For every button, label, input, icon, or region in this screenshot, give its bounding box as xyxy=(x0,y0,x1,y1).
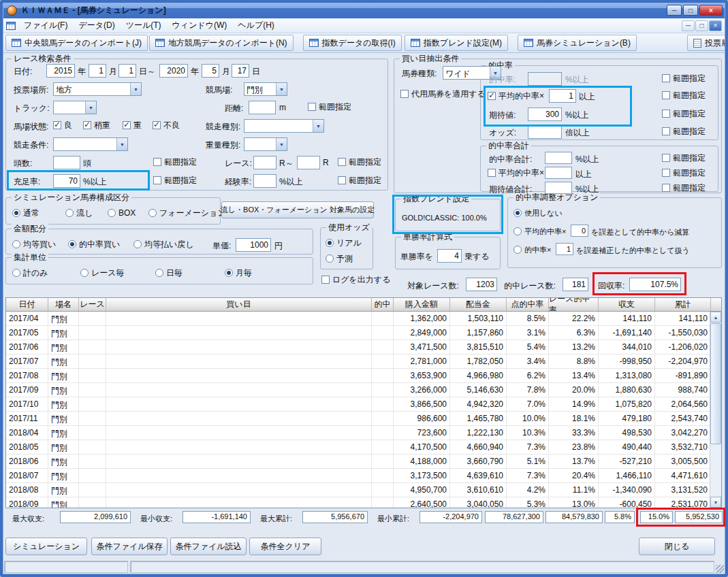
toolbar-blend-settings-button[interactable]: 指数ブレンド設定(M) xyxy=(405,35,508,51)
table-row[interactable]: 2018/04門別723,6001,222,13010.3%33.3%498,5… xyxy=(6,426,710,440)
expect-total-input[interactable] xyxy=(545,182,572,194)
sim-formation-radio[interactable]: フォーメーション xyxy=(148,208,226,218)
sim-normal-radio[interactable]: 通常 xyxy=(12,208,39,218)
mdi-close-button[interactable]: × xyxy=(709,20,722,31)
exp-rate-input[interactable] xyxy=(253,174,276,188)
sim-nagashi-radio[interactable]: 流し xyxy=(65,208,93,218)
chevron-down-icon[interactable]: ▼ xyxy=(130,83,141,95)
range-checkbox[interactable]: 範囲指定 xyxy=(662,183,706,193)
range-checkbox[interactable]: 範囲指定 xyxy=(153,176,197,185)
scroll-down-icon[interactable]: ▼ xyxy=(710,497,721,508)
output-log-checkbox[interactable]: ログを出力する xyxy=(321,275,390,284)
range-checkbox[interactable]: 範囲指定 xyxy=(662,153,706,163)
toolbar-vote-history-button[interactable]: 投票履歴(L) xyxy=(687,35,728,51)
race-cond-select[interactable]: ▼ xyxy=(53,137,128,151)
amount-equal-radio[interactable]: 均等買い xyxy=(12,240,56,249)
surface-soft-checkbox[interactable]: 重 xyxy=(123,120,142,130)
menu-tools[interactable]: ツール(T) xyxy=(121,18,167,33)
scroll-up-icon[interactable]: ▲ xyxy=(710,312,721,323)
odds-predict-radio[interactable]: 予測 xyxy=(326,254,353,263)
clear-conditions-button[interactable]: 条件全クリア xyxy=(249,538,321,555)
range-checkbox[interactable]: 範囲指定 xyxy=(153,157,197,167)
resize-grip-icon[interactable] xyxy=(716,565,724,573)
restore-button[interactable]: □ xyxy=(683,5,698,16)
column-header[interactable]: 配当金 xyxy=(450,298,507,311)
scrollbar-thumb[interactable] xyxy=(710,323,721,444)
date-from-month-input[interactable]: 1 xyxy=(89,64,106,78)
date-to-year-input[interactable]: 2020 xyxy=(159,64,188,78)
column-header[interactable]: レース的中率 xyxy=(549,298,599,311)
agg-per-month-radio[interactable]: 月毎 xyxy=(225,268,252,278)
sim-box-radio[interactable]: BOX xyxy=(108,208,136,218)
table-row[interactable]: 2018/05門別4,170,5004,660,9407.3%23.8%490,… xyxy=(6,440,710,455)
table-row[interactable]: 2018/09門別2,640,5003,040,0505.3%13.0%-600… xyxy=(6,497,710,508)
adjust-subtract-radio[interactable]: 平均的中率× xyxy=(513,227,566,236)
expectation-input[interactable]: 300 xyxy=(528,108,562,121)
column-header[interactable]: 購入金額 xyxy=(394,298,450,311)
simulation-button[interactable]: シミュレーション xyxy=(5,538,87,555)
toolbar-import-local-button[interactable]: 地方競馬データのインポート(N) xyxy=(149,35,294,51)
race-no-from-input[interactable] xyxy=(253,156,276,169)
chevron-down-icon[interactable]: ▼ xyxy=(116,138,127,150)
course-select[interactable]: 門別▼ xyxy=(244,82,287,96)
toolbar-simulation-button[interactable]: 馬券シミュレーション(B) xyxy=(518,35,637,51)
menu-data[interactable]: データ(D) xyxy=(73,18,120,33)
avg-hit-rate-checkbox[interactable]: 平均的中率× xyxy=(488,91,544,101)
date-from-year-input[interactable]: 2015 xyxy=(46,64,75,78)
fill-rate-input[interactable]: 70 xyxy=(53,174,80,188)
adjust-subtract-input[interactable]: 0 xyxy=(571,225,588,237)
place-select[interactable]: 地方▼ xyxy=(53,82,142,96)
menu-help[interactable]: ヘルプ(H) xyxy=(232,18,280,33)
surface-good-checkbox[interactable]: 良 xyxy=(53,120,72,130)
toolbar-get-index-button[interactable]: 指数データの取得(I) xyxy=(303,35,402,51)
race-no-to-input[interactable] xyxy=(297,156,320,169)
weight-type-select[interactable]: ▼ xyxy=(244,137,287,151)
surface-heavy-checkbox[interactable]: 不良 xyxy=(153,120,180,130)
table-row[interactable]: 2017/09門別3,266,0005,146,6307.8%20.0%1,88… xyxy=(6,383,710,397)
date-to-day-input[interactable]: 17 xyxy=(232,64,249,78)
range-checkbox[interactable]: 範囲指定 xyxy=(662,90,706,100)
date-from-day-input[interactable]: 1 xyxy=(118,64,136,78)
table-row[interactable]: 2017/10門別3,866,5004,942,3207.0%14.9%1,07… xyxy=(6,397,710,412)
agg-total-only-radio[interactable]: 計のみ xyxy=(12,268,48,278)
avg-hit-rate-input[interactable]: 1 xyxy=(549,89,576,103)
table-row[interactable]: 2017/08門別3,653,9004,966,9806.2%13.4%1,31… xyxy=(6,369,710,383)
table-row[interactable]: 2017/11門別986,6001,465,78010.0%18.1%479,1… xyxy=(6,412,710,426)
distance-input[interactable] xyxy=(249,101,276,114)
minimize-button[interactable]: ─ xyxy=(667,5,682,16)
avg-hit-total-checkbox[interactable]: 平均的中率× xyxy=(488,168,544,178)
mdi-restore-button[interactable]: □ xyxy=(695,20,708,31)
track-select[interactable]: ▼ xyxy=(53,101,97,114)
target-horse-settings-button[interactable]: 流し・BOX・フォーメーション 対象馬の設定 xyxy=(221,201,374,218)
hit-total-input[interactable] xyxy=(545,152,572,164)
range-checkbox[interactable]: 範囲指定 xyxy=(662,109,706,118)
chevron-down-icon[interactable]: ▼ xyxy=(313,120,323,132)
column-header[interactable]: 日付 xyxy=(6,298,48,311)
range-checkbox[interactable]: 範囲指定 xyxy=(338,176,381,185)
adjust-correct-radio[interactable]: 的中率× xyxy=(513,245,551,254)
amount-hit-rate-radio[interactable]: 的中率買い xyxy=(68,240,120,249)
chevron-down-icon[interactable]: ▼ xyxy=(85,101,96,114)
save-conditions-button[interactable]: 条件ファイル保存 xyxy=(91,538,168,555)
close-button[interactable]: × xyxy=(699,5,723,16)
column-header[interactable]: 点的中率 xyxy=(507,298,549,311)
hit-rate-input[interactable] xyxy=(528,72,562,86)
table-row[interactable]: 2017/04門別1,362,0001,503,1108.5%22.2%141,… xyxy=(6,312,710,326)
chevron-down-icon[interactable]: ▼ xyxy=(276,138,287,150)
avg-hit-total-input[interactable] xyxy=(545,167,572,179)
unit-price-input[interactable]: 1000 xyxy=(236,238,271,252)
odds-real-radio[interactable]: リアル xyxy=(326,238,362,248)
agg-per-day-radio[interactable]: 日毎 xyxy=(155,268,183,278)
range-checkbox[interactable]: 範囲指定 xyxy=(662,168,706,178)
range-checkbox[interactable]: 範囲指定 xyxy=(662,127,706,136)
table-row[interactable]: 2018/06門別4,188,0003,660,7905.1%13.7%-527… xyxy=(6,455,710,469)
close-dialog-button[interactable]: 閉じる xyxy=(639,538,715,555)
table-row[interactable]: 2017/05門別2,849,0001,157,8603.1%6.3%-1,69… xyxy=(6,326,710,340)
range-checkbox[interactable]: 範囲指定 xyxy=(338,157,381,167)
menu-file[interactable]: ファイル(F) xyxy=(18,18,73,33)
date-to-month-input[interactable]: 5 xyxy=(202,64,219,78)
heads-input[interactable] xyxy=(53,156,80,169)
table-row[interactable]: 2017/06門別3,471,5003,815,5105.4%13.2%344,… xyxy=(6,340,710,355)
agg-per-race-radio[interactable]: レース毎 xyxy=(80,268,125,278)
range-checkbox[interactable]: 範囲指定 xyxy=(308,102,351,112)
